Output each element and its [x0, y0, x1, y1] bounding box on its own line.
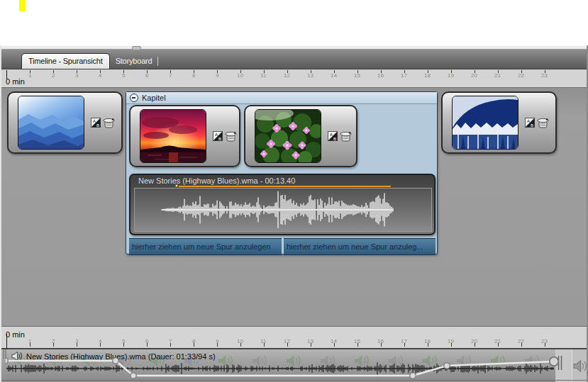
trash-icon[interactable] — [537, 118, 549, 128]
video-clip-1[interactable]: A B — [7, 91, 123, 154]
audio-waveform — [135, 189, 431, 231]
clip-thumbnail-blue-mountains[interactable] — [18, 96, 84, 150]
ruler-number: 12 — [284, 338, 290, 344]
ruler-number: 17 — [401, 72, 407, 79]
trash-icon[interactable] — [103, 118, 115, 128]
tab-storyboard[interactable]: Storyboard — [110, 54, 158, 69]
ab-transition-icon[interactable]: A B — [525, 118, 535, 128]
video-clip-4[interactable]: A B — [441, 91, 557, 154]
ruler-number: 2 — [52, 72, 55, 79]
chapter-group[interactable]: Kapitel — [126, 91, 438, 254]
svg-text:A: A — [215, 133, 218, 137]
envelope-handle[interactable] — [444, 363, 450, 369]
collapse-icon[interactable] — [130, 94, 138, 102]
ruler-number: 23 — [541, 72, 548, 79]
ruler-number: 16 — [377, 338, 384, 344]
ab-transition-icon[interactable]: A B — [213, 131, 223, 141]
top-ruler-zero-label: 0 min — [6, 77, 25, 86]
drop-strip-new-track-2[interactable]: hierher ziehen um neue Spur anzuleg... — [284, 238, 436, 255]
ruler-number: 11 — [260, 338, 266, 344]
ruler-number: 8 — [192, 72, 195, 79]
group-audio-clip[interactable]: New Stories (Highway Blues).wma - 00:13.… — [129, 174, 436, 235]
svg-text:A: A — [527, 119, 530, 123]
ab-transition-icon[interactable]: A B — [91, 118, 101, 128]
ruler-number: 6 — [145, 72, 148, 79]
ruler-number: 19 — [448, 338, 454, 344]
ruler-number: 15 — [354, 72, 360, 79]
ruler-number: 21 — [494, 338, 501, 344]
view-tabbar: Timeline - Spuransicht Storyboard — [0, 50, 588, 69]
ruler-number: 22 — [518, 338, 524, 344]
ruler-zero-tick — [6, 334, 7, 349]
svg-text:B: B — [96, 123, 99, 128]
ruler-number: 22 — [518, 72, 524, 79]
top-time-ruler[interactable]: 1234567891011121314151617181920212223 — [0, 69, 588, 79]
panel-left-edge — [0, 45, 1, 382]
ruler-number: 11 — [260, 72, 266, 79]
audio-clip-title: New Stories (Highway Blues).wma - 00:13.… — [138, 176, 295, 185]
ruler-number: 10 — [237, 338, 243, 344]
ruler-number: 3 — [75, 338, 78, 344]
screenshot-stage: Timeline - Spuransicht Storyboard 123456… — [0, 0, 588, 382]
ruler-number: 13 — [307, 72, 314, 79]
trash-icon[interactable] — [340, 131, 352, 142]
ruler-number: 23 — [541, 338, 548, 344]
ruler-number: 1 — [28, 72, 31, 79]
bottom-time-ruler[interactable]: 0 min 1234567891011121314151617181920212… — [0, 326, 588, 349]
ruler-number: 20 — [471, 338, 477, 344]
ruler-number: 17 — [401, 338, 407, 344]
ruler-number: 2 — [52, 338, 55, 344]
ruler-number: 18 — [424, 338, 431, 344]
ruler-number: 13 — [307, 338, 314, 344]
track-area: A B Kapitel — [0, 87, 588, 326]
ruler-number: 20 — [471, 72, 477, 79]
bottom-audio-track[interactable]: New Stories (Highway Blues).wma (Dauer: … — [0, 349, 588, 382]
ab-transition-icon[interactable]: A B — [328, 131, 338, 141]
ruler-number: 1 — [28, 338, 31, 344]
ruler-number: 9 — [216, 338, 218, 344]
audio-progress-line[interactable] — [179, 186, 391, 187]
chapter-group-label: Kapitel — [142, 94, 166, 102]
svg-text:B: B — [333, 137, 336, 141]
video-clip-2[interactable]: A B — [129, 105, 240, 167]
tab-timeline-spuransicht[interactable]: Timeline - Spuransicht — [21, 53, 110, 69]
ruler-number: 5 — [122, 72, 125, 79]
ruler-number: 14 — [331, 338, 337, 344]
audio-waveform-box[interactable] — [134, 188, 432, 232]
track-mute-speaker-icon[interactable] — [573, 359, 587, 373]
timeline-panel: Timeline - Spuransicht Storyboard 123456… — [0, 45, 588, 382]
yellow-highlight-marker — [19, 0, 26, 11]
ruler-number: 15 — [354, 338, 360, 344]
envelope-handle[interactable] — [131, 373, 136, 378]
ruler-number: 9 — [216, 72, 218, 79]
svg-text:B: B — [218, 137, 221, 141]
ruler-number: 16 — [377, 72, 384, 79]
audio-trim-handle[interactable] — [175, 184, 178, 187]
bottom-ruler-zero-label: 0 min — [6, 330, 25, 339]
ruler-number: 4 — [99, 72, 101, 79]
ruler-number: 8 — [192, 338, 195, 344]
ruler-number: 3 — [75, 72, 78, 79]
envelope-handle[interactable] — [113, 358, 118, 364]
chapter-group-header[interactable]: Kapitel — [126, 92, 437, 104]
drop-strip-new-track-1[interactable]: hierher ziehen um neue Spur anzulegen — [129, 238, 282, 255]
ruler-number: 6 — [145, 338, 148, 344]
track-volume-panel[interactable] — [572, 349, 588, 382]
envelope-handle[interactable] — [6, 358, 8, 364]
clip-thumbnail-water-lilies[interactable] — [255, 109, 321, 163]
volume-envelope[interactable] — [6, 349, 566, 382]
track-end-marker[interactable] — [559, 356, 562, 370]
ruler-zero-tick — [6, 70, 7, 79]
clip-thumbnail-sunset[interactable] — [140, 109, 206, 163]
ruler-number: 19 — [448, 72, 454, 79]
ruler-number: 7 — [169, 338, 172, 344]
ruler-number: 12 — [284, 72, 290, 79]
envelope-handle[interactable] — [410, 373, 416, 378]
trash-icon[interactable] — [225, 131, 237, 142]
video-clip-3[interactable]: A B — [244, 105, 357, 167]
volume-envelope-line[interactable] — [6, 361, 554, 376]
envelope-end-handle[interactable] — [550, 357, 558, 366]
ruler-number: 14 — [331, 72, 337, 79]
clip-thumbnail-winter-forest[interactable] — [452, 96, 518, 150]
ruler-number: 10 — [237, 72, 243, 79]
